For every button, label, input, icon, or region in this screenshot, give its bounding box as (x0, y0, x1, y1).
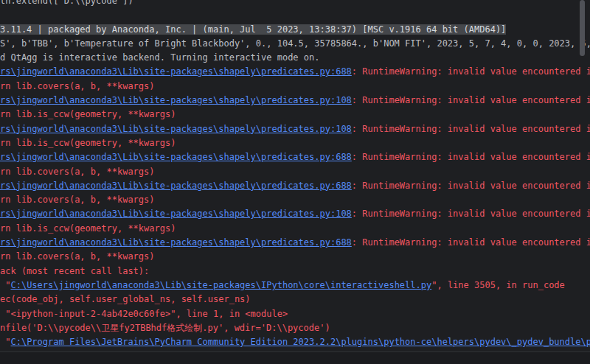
console-line: ack (most recent call last): (0, 265, 590, 279)
console-line: rs\jingworld\anaconda3\Lib\site-packages… (0, 65, 590, 79)
console-line: rn lib.covers(a, b, **kwargs) (0, 250, 590, 264)
console-line: ec(code_obj, self.user_global_ns, self.u… (0, 293, 590, 307)
console-line: rn lib.is_ccw(geometry, **kwargs) (0, 222, 590, 236)
console-line: rs\jingworld\anaconda3\Lib\site-packages… (0, 207, 590, 221)
console-text: ec(code_obj, self.user_global_ns, self.u… (0, 294, 251, 304)
console-line: th.extend(['D:\\pycode']) (0, 0, 590, 8)
console-line: rn lib.is_ccw(geometry, **kwargs) (0, 108, 590, 122)
console-text: " (0, 337, 10, 347)
console-text: rn lib.is_ccw(geometry, **kwargs) (0, 109, 176, 119)
console-line: 3.11.4 | packaged by Anaconda, Inc. | (m… (0, 23, 590, 37)
console-text: "<ipython-input-2-4ab42e0c60fe>", line 1… (0, 309, 288, 319)
console-line: rn lib.covers(a, b, **kwargs) (0, 193, 590, 207)
console-text: S', b'TBB', b'Temperature of Bright Blac… (0, 38, 590, 49)
console-text: rn lib.covers(a, b, **kwargs) (0, 195, 155, 205)
file-link[interactable]: rs\jingworld\anaconda3\Lib\site-packages… (0, 95, 352, 105)
console-text: : RuntimeWarning: invalid value encounte… (352, 237, 590, 248)
console-line: nfile('D:\\pycode\\卫星fy2TBBhdf格式绘制.py', … (0, 321, 590, 335)
console-line: "C:\Program Files\JetBrains\PyCharm Comm… (0, 335, 590, 349)
console-line: rs\jingworld\anaconda3\Lib\site-packages… (0, 236, 590, 250)
console-text: : RuntimeWarning: invalid value encounte… (352, 209, 590, 219)
file-link[interactable]: rs\jingworld\anaconda3\Lib\site-packages… (0, 237, 352, 248)
console-line: rn lib.is_ccw(geometry, **kwargs) (0, 136, 590, 150)
console-text: rn lib.covers(a, b, **kwargs) (0, 251, 155, 262)
console-text: : RuntimeWarning: invalid value encounte… (352, 66, 590, 77)
console-text: rn lib.is_ccw(geometry, **kwargs) (0, 223, 176, 234)
file-link[interactable]: rs\jingworld\anaconda3\Lib\site-packages… (0, 209, 352, 219)
console-text: rn lib.covers(a, b, **kwargs) (0, 81, 155, 91)
console-line: S', b'TBB', b'Temperature of Bright Blac… (0, 37, 590, 51)
console-line (0, 8, 590, 22)
console-text: rn lib.covers(a, b, **kwargs) (0, 167, 155, 177)
console-text: : RuntimeWarning: invalid value encounte… (352, 124, 590, 134)
console-text: : RuntimeWarning: invalid value encounte… (352, 181, 590, 191)
console-line: "C:\Users\jingworld\anaconda3\Lib\site-p… (0, 279, 590, 293)
vertical-scrollbar-thumb[interactable] (580, 0, 585, 56)
console-output: th.extend(['D:\\pycode'])3.11.4 | packag… (0, 0, 590, 364)
console-line: rn lib.covers(a, b, **kwargs) (0, 80, 590, 94)
console-text: ", line 3505, in run_code (431, 280, 565, 290)
python-console[interactable]: th.extend(['D:\\pycode'])3.11.4 | packag… (0, 0, 590, 364)
console-text: : RuntimeWarning: invalid value encounte… (352, 95, 590, 105)
console-text: nfile('D:\\pycode\\卫星fy2TBBhdf格式绘制.py', … (0, 323, 330, 333)
console-line: d QtAgg is interactive backend. Turning … (0, 51, 590, 65)
console-line: "<ipython-input-2-4ab42e0c60fe>", line 1… (0, 307, 590, 321)
console-line: rs\jingworld\anaconda3\Lib\site-packages… (0, 150, 590, 164)
file-link[interactable]: rs\jingworld\anaconda3\Lib\site-packages… (0, 181, 352, 191)
console-line: rs\jingworld\anaconda3\Lib\site-packages… (0, 179, 590, 193)
console-text: 3.11.4 | packaged by Anaconda, Inc. | (m… (0, 24, 506, 35)
console-text: d QtAgg is interactive backend. Turning … (0, 52, 319, 63)
console-text: " (0, 280, 10, 290)
file-link[interactable]: rs\jingworld\anaconda3\Lib\site-packages… (0, 124, 352, 134)
console-input-bar[interactable]: n [3]: (0, 351, 590, 364)
console-text: : RuntimeWarning: invalid value encounte… (352, 152, 590, 162)
console-line: rn lib.covers(a, b, **kwargs) (0, 165, 590, 179)
console-text: ack (most recent call last): (0, 266, 149, 276)
file-link[interactable]: rs\jingworld\anaconda3\Lib\site-packages… (0, 66, 352, 77)
file-link[interactable]: C:\Program Files\JetBrains\PyCharm Commu… (10, 337, 590, 347)
file-link[interactable]: rs\jingworld\anaconda3\Lib\site-packages… (0, 152, 352, 162)
console-line: rs\jingworld\anaconda3\Lib\site-packages… (0, 122, 590, 136)
console-line: rs\jingworld\anaconda3\Lib\site-packages… (0, 94, 590, 108)
console-text: th.extend(['D:\\pycode']) (0, 0, 133, 6)
file-link[interactable]: C:\Users\jingworld\anaconda3\Lib\site-pa… (10, 280, 431, 290)
console-text: rn lib.is_ccw(geometry, **kwargs) (0, 138, 176, 148)
